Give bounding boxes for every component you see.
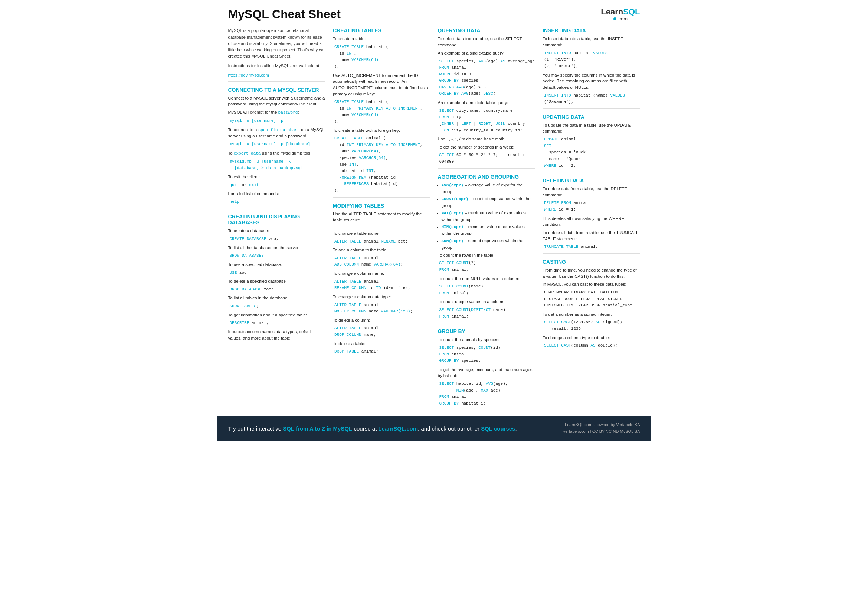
agg-count-rows-code: SELECT COUNT(*) FROM animal; — [438, 260, 535, 273]
install-link[interactable]: https://dev.mysql.com — [228, 73, 269, 77]
db-showtables-desc: To list all tables in the database: — [228, 295, 326, 301]
column-1: MySQL is a popular open-source relationa… — [228, 28, 326, 409]
qd-desc-single: An example of a single-table query: — [438, 50, 535, 56]
section-inserting-title: INSERTING DATA — [542, 28, 640, 33]
mt-addcol-code: ALTER TABLE animal ADD COLUMN name VARCH… — [333, 255, 431, 268]
ins-block1: INSERT INTO habitat VALUES (1, 'River'),… — [542, 50, 640, 70]
section-deleting-title: DELETING DATA — [542, 177, 640, 183]
section-groupby-title: GROUP BY — [438, 328, 535, 334]
column-2: CREATING TABLES To create a table: CREAT… — [333, 28, 431, 409]
agg-min: MIN(expr) – minimum value of expr values… — [442, 224, 535, 236]
cast-block2: SELECT CAST(column AS double); — [542, 342, 640, 349]
mt-desc-intro: Use the ALTER TABLE statement to modify … — [333, 211, 431, 223]
agg-count-rows-desc: To count the rows in the table: — [438, 252, 535, 258]
del-desc3: To delete all data from a table, use the… — [542, 230, 640, 242]
mt-droptable-code: DROP TABLE animal; — [333, 348, 431, 355]
ct-block1: CREATE TABLE habitat ( id INT, name VARC… — [333, 44, 431, 70]
qd-desc1: To select data from a table, use the SEL… — [438, 36, 535, 48]
page-wrapper: MySQL Cheat Sheet LearnSQL .com MySQL is… — [217, 0, 651, 409]
intro-body: MySQL is a popular open-source relationa… — [228, 28, 326, 59]
agg-count: COUNT(expr) – count of expr values withi… — [442, 196, 535, 209]
ins-block2: INSERT INTO habitat (name) VALUES ('Sava… — [542, 92, 640, 106]
mt-dropcol-desc: To delete a column: — [333, 317, 431, 323]
logo-learn: Learn — [601, 7, 623, 16]
db-describe-desc: To get information about a specified tab… — [228, 312, 326, 318]
footer-link1[interactable]: SQL from A to Z in MySQL — [283, 425, 352, 432]
section-modifying-tables-title: MODIFYING TABLES — [333, 203, 431, 209]
ct-block2: CREATE TABLE habitat ( id INT PRIMARY KE… — [333, 99, 431, 125]
qd-block2: SELECT city.name, country.name FROM city… — [438, 108, 535, 134]
gb-block1: SELECT species, COUNT(id) FROM animal GR… — [438, 345, 535, 364]
mt-renamecol-code: ALTER TABLE animal RENAME COLUMN id TO i… — [333, 278, 431, 292]
connecting-cmd4: quit or exit — [228, 182, 326, 189]
qd-block3: SELECT 60 * 60 * 24 * 7; -- result: 6048… — [438, 152, 535, 165]
db-list-code: SHOW DATABASES; — [228, 253, 326, 259]
mt-rename-code: ALTER TABLE animal RENAME pet; — [333, 238, 431, 245]
footer-left: Try out the interactive SQL from A to Z … — [228, 425, 517, 432]
footer-right: LearnSQL.com is owned by Vertabelo SA ve… — [563, 421, 640, 435]
db-list-desc: To list all the databases on the server: — [228, 245, 326, 251]
mt-droptable-desc: To delete a table: — [333, 340, 431, 347]
del-block2: TRUNCATE TABLE animal; — [542, 244, 640, 250]
upd-block1: UPDATE animal SET species = 'Duck', name… — [542, 136, 640, 169]
ct-desc2: Use AUTO_INCREMENT to increment the ID a… — [333, 72, 431, 97]
ct-desc1: To create a table: — [333, 36, 431, 42]
db-describe-note: It outputs column names, data types, def… — [228, 329, 326, 341]
upd-desc1: To update the data in a table, use the U… — [542, 122, 640, 134]
db-create-desc: To create a database: — [228, 228, 326, 234]
db-drop-code: DROP DATABASE zoo; — [228, 286, 326, 293]
column-4: INSERTING DATA To insert data into a tab… — [542, 28, 640, 409]
mt-dropcol-code: ALTER TABLE animal DROP COLUMN name; — [333, 325, 431, 338]
footer-link3[interactable]: SQL courses — [481, 425, 515, 432]
section-creating-tables-title: CREATING TABLES — [333, 28, 431, 33]
gb-desc1: To count the animals by species: — [438, 337, 535, 343]
qd-desc-math: Use +, -, *, / to do some basic math. — [438, 136, 535, 142]
db-describe-code: DESCRIBE animal; — [228, 320, 326, 326]
cast-block1: SELECT CAST(1234.567 AS signed); -- resu… — [542, 319, 640, 332]
section-casting-title: CASTING — [542, 259, 640, 265]
connecting-desc3: To export data using the mysqldump tool: — [228, 150, 326, 157]
db-drop-desc: To delete a specified database: — [228, 278, 326, 284]
section-databases-title: CREATING AND DISPLAYING DATABASES — [228, 214, 326, 225]
cast-desc4: To change a column type to double: — [542, 335, 640, 341]
footer-text1: Try out the interactive — [228, 425, 283, 432]
section-updating-title: UPDATING DATA — [542, 114, 640, 120]
footer-text4: . — [515, 425, 516, 432]
ct-desc3: To create a table with a foreign key: — [333, 127, 431, 134]
connecting-password-note: MySQL will prompt for the password: — [228, 109, 326, 116]
del-desc1: To delete data from a table, use the DEL… — [542, 186, 640, 198]
connecting-cmd3: mysqldump -u [username] \ [database] > d… — [228, 159, 326, 172]
column-3: QUERYING DATA To select data from a tabl… — [438, 28, 535, 409]
intro-install-label: Instructions for installing MySQL are av… — [228, 63, 326, 69]
connecting-cmd1: mysql -u [username] -p — [228, 118, 326, 124]
agg-count-unique-code: SELECT COUNT(DISTINCT name) FROM animal; — [438, 307, 535, 320]
del-desc2: This deletes all rows satisfying the WHE… — [542, 215, 640, 228]
content-grid: MySQL is a popular open-source relationa… — [228, 28, 640, 409]
db-create-code: CREATE DATABASE zoo; — [228, 236, 326, 242]
section-aggregation-title: AGGREGATION AND GROUPING — [438, 174, 535, 180]
ct-block3: CREATE TABLE animal ( id INT PRIMARY KEY… — [333, 135, 431, 194]
connecting-cmd2: mysql -u [username] -p [database] — [228, 141, 326, 148]
footer-right1: LearnSQL.com is owned by Vertabelo SA — [563, 421, 640, 428]
section-querying-title: QUERYING DATA — [438, 28, 535, 33]
agg-count-nonnull-desc: To count the non-NULL values in a column… — [438, 276, 535, 282]
footer-link2[interactable]: LearnSQL.com — [378, 425, 418, 432]
agg-max: MAX(expr) – maximum value of expr values… — [442, 210, 535, 223]
logo-dot-com: .com — [601, 16, 640, 22]
connecting-desc: Connect to a MySQL server with a usernam… — [228, 95, 326, 107]
aggregation-list: AVG(expr) – average value of expr for th… — [442, 182, 535, 251]
agg-avg: AVG(expr) – average value of expr for th… — [442, 182, 535, 195]
cast-types: CHAR NCHAR BINARY DATE DATETIME DECIMAL … — [542, 289, 640, 309]
agg-count-nonnull-code: SELECT COUNT(name) FROM animal; — [438, 283, 535, 297]
qd-block1: SELECT species, AVG(age) AS average_age … — [438, 58, 535, 98]
gb-desc2: To get the average, minimum, and maximum… — [438, 367, 535, 379]
db-showtables-code: SHOW TABLES; — [228, 303, 326, 310]
page-title: MySQL Cheat Sheet — [228, 8, 341, 21]
connecting-desc2: To connect to a specific database on a M… — [228, 127, 326, 140]
db-use-code: USE zoo; — [228, 270, 326, 276]
db-use-desc: To use a specified database: — [228, 261, 326, 268]
agg-sum: SUM(expr) – sum of expr values within th… — [442, 238, 535, 251]
mt-renamecol-desc: To change a column name: — [333, 270, 431, 277]
del-block1: DELETE FROM animal WHERE id = 1; — [542, 200, 640, 213]
cast-desc1: From time to time, you need to change th… — [542, 267, 640, 279]
